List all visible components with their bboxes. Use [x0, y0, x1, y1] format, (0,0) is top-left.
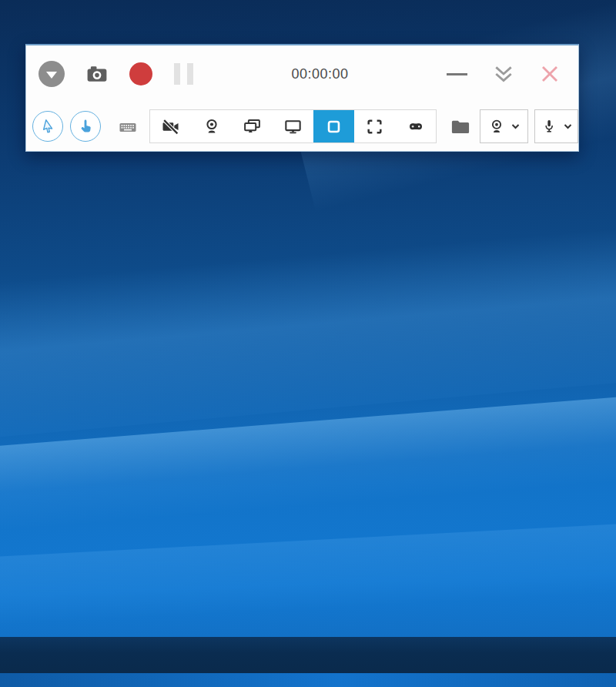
fullscreen-borders-button[interactable] — [354, 110, 395, 142]
video-camera-off-icon — [161, 117, 180, 136]
microphone-source-dropdown[interactable] — [534, 109, 578, 143]
collapse-button[interactable] — [493, 65, 514, 83]
cursor-mode-button[interactable] — [32, 111, 63, 142]
chevron-down-icon — [564, 123, 572, 129]
show-keystrokes-button[interactable] — [119, 119, 137, 134]
wallpaper-beam — [0, 221, 616, 441]
open-folder-button[interactable] — [450, 116, 471, 136]
cursor-arrow-icon — [40, 119, 55, 134]
screenshot-button[interactable] — [86, 65, 108, 83]
game-capture-button[interactable] — [395, 110, 436, 142]
camera-icon — [86, 65, 108, 83]
wallpaper-beam — [0, 520, 616, 627]
record-controls — [38, 61, 193, 87]
options-menu-button[interactable] — [38, 61, 65, 87]
wallpaper-bottom-strip — [0, 673, 616, 687]
corner-brackets-icon — [365, 117, 384, 136]
pause-button[interactable] — [174, 63, 193, 85]
webcam-only-button[interactable] — [191, 110, 232, 142]
multi-monitor-icon — [243, 117, 262, 136]
pointing-hand-icon — [78, 119, 93, 134]
keyboard-icon — [119, 119, 137, 134]
full-screen-button[interactable] — [273, 110, 313, 142]
close-button[interactable] — [540, 64, 560, 84]
microphone-icon — [541, 118, 557, 135]
wallpaper-beam — [0, 390, 616, 535]
gamepad-icon — [407, 117, 425, 136]
webcam-icon — [488, 118, 505, 135]
record-button[interactable] — [129, 62, 152, 85]
record-dot-icon — [129, 62, 152, 85]
capture-mode-group — [149, 109, 437, 143]
monitor-icon — [283, 117, 303, 136]
webcam-icon — [203, 117, 221, 136]
all-screens-button[interactable] — [232, 110, 273, 142]
close-x-icon — [540, 64, 560, 84]
triangle-down-icon — [46, 72, 57, 79]
wallpaper-dark-band — [0, 637, 616, 673]
webcam-off-button[interactable] — [150, 110, 191, 142]
minus-icon — [447, 73, 467, 75]
custom-area-button[interactable] — [313, 110, 354, 142]
toolbar-top-row: 00:00:00 — [26, 45, 578, 102]
double-chevron-down-icon — [493, 65, 514, 83]
pause-icon — [174, 63, 180, 85]
region-square-icon — [324, 117, 343, 136]
minimize-button[interactable] — [447, 73, 467, 75]
recording-timer: 00:00:00 — [193, 66, 447, 82]
toolbar-bottom-row — [26, 102, 578, 150]
recorder-toolbar-window: 00:00:00 — [25, 44, 579, 152]
click-highlight-button[interactable] — [70, 111, 101, 142]
window-controls — [447, 64, 560, 84]
folder-icon — [450, 116, 471, 136]
pause-icon — [187, 63, 193, 85]
webcam-source-dropdown[interactable] — [480, 109, 528, 143]
chevron-down-icon — [511, 123, 520, 129]
